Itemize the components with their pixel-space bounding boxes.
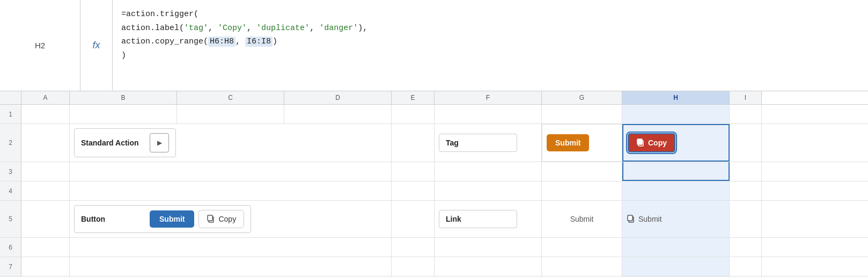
link-label: Link bbox=[446, 215, 510, 223]
cell-G5: Submit bbox=[542, 201, 622, 237]
formula-line-2: action.label('tag', 'Copy', 'duplicate',… bbox=[121, 21, 859, 35]
cell-reference[interactable]: H2 bbox=[0, 0, 80, 91]
col-header-C[interactable]: C bbox=[177, 91, 284, 104]
cell-C1[interactable] bbox=[177, 105, 284, 123]
col-header-H[interactable]: H bbox=[622, 91, 730, 104]
cell-B4-D4[interactable] bbox=[70, 181, 392, 200]
row-num-1: 1 bbox=[0, 105, 21, 123]
formula-bar: H2 fx =action.trigger( action.label('tag… bbox=[0, 0, 868, 91]
cell-E3[interactable] bbox=[392, 162, 435, 181]
copy-red-button[interactable]: Copy bbox=[628, 133, 675, 152]
cell-F1[interactable] bbox=[435, 105, 542, 123]
col-header-G[interactable]: G bbox=[542, 91, 622, 104]
row-5: 5 Button Submit Copy Link bbox=[0, 201, 868, 238]
submit-orange-button[interactable]: Submit bbox=[547, 134, 589, 151]
cell-B5-D5: Button Submit Copy bbox=[70, 201, 392, 237]
svg-rect-1 bbox=[637, 139, 642, 144]
copy-outline-icon bbox=[207, 215, 215, 223]
row-4: 4 bbox=[0, 181, 868, 201]
row-num-corner bbox=[0, 91, 21, 104]
cell-A5[interactable] bbox=[21, 201, 70, 237]
cell-G7[interactable] bbox=[542, 257, 622, 276]
row-7: 7 bbox=[0, 257, 868, 276]
cell-B7-D7[interactable] bbox=[70, 257, 392, 276]
cell-A4[interactable] bbox=[21, 181, 70, 200]
link-group: Link bbox=[439, 210, 517, 228]
cell-A3[interactable] bbox=[21, 162, 70, 181]
formula-line-3: action.copy_range(H6:H8, I6:I8) bbox=[121, 35, 859, 49]
row-num-3: 3 bbox=[0, 162, 21, 181]
cell-G3[interactable] bbox=[542, 162, 622, 181]
cell-E1[interactable] bbox=[392, 105, 435, 123]
cell-H7[interactable] bbox=[622, 257, 730, 276]
cell-G1[interactable] bbox=[542, 105, 622, 123]
row-6: 6 bbox=[0, 238, 868, 257]
standard-action-group: Standard Action ▶ bbox=[74, 128, 176, 157]
col-header-I[interactable]: I bbox=[730, 91, 762, 104]
cell-A1[interactable] bbox=[21, 105, 70, 123]
svg-rect-5 bbox=[628, 215, 632, 221]
cell-F2: Tag bbox=[435, 124, 542, 162]
cell-F5: Link bbox=[435, 201, 542, 237]
cell-E4[interactable] bbox=[392, 181, 435, 200]
cell-A7[interactable] bbox=[21, 257, 70, 276]
cell-F6[interactable] bbox=[435, 238, 542, 257]
formula-content[interactable]: =action.trigger( action.label('tag', 'Co… bbox=[113, 0, 868, 91]
cell-E2[interactable] bbox=[392, 124, 435, 162]
row-num-4: 4 bbox=[0, 181, 21, 200]
copy-red-label: Copy bbox=[648, 138, 667, 147]
cell-I4[interactable] bbox=[730, 181, 762, 200]
cell-ref-value: H2 bbox=[35, 41, 45, 50]
button-label: Button bbox=[81, 215, 145, 223]
col-header-E[interactable]: E bbox=[392, 91, 435, 104]
copy-icon bbox=[636, 138, 645, 147]
cell-E7[interactable] bbox=[392, 257, 435, 276]
copy-outline-label: Copy bbox=[218, 215, 236, 223]
copy-outline-button[interactable]: Copy bbox=[198, 210, 244, 228]
column-headers: A B C D E F G H I bbox=[0, 91, 868, 105]
button-group: Button Submit Copy bbox=[74, 205, 251, 233]
cell-A6[interactable] bbox=[21, 238, 70, 257]
spreadsheet: A B C D E F G H I 1 2 Standard Action ▶ bbox=[0, 91, 868, 277]
col-header-B[interactable]: B bbox=[70, 91, 177, 104]
play-icon: ▶ bbox=[157, 139, 162, 147]
row-1: 1 bbox=[0, 105, 868, 124]
tag-group: Tag bbox=[439, 134, 517, 152]
link-submit-2[interactable]: Submit bbox=[638, 215, 662, 223]
row-3: 3 bbox=[0, 162, 868, 181]
link-submit-1[interactable]: Submit bbox=[570, 215, 594, 223]
cell-D1[interactable] bbox=[284, 105, 392, 123]
cell-H1[interactable] bbox=[622, 105, 730, 123]
cell-E5[interactable] bbox=[392, 201, 435, 237]
cell-G4[interactable] bbox=[542, 181, 622, 200]
cell-F4[interactable] bbox=[435, 181, 542, 200]
cell-F7[interactable] bbox=[435, 257, 542, 276]
cell-H6[interactable] bbox=[622, 238, 730, 257]
row-num-7: 7 bbox=[0, 257, 21, 276]
cell-I1[interactable] bbox=[730, 105, 762, 123]
cell-I3[interactable] bbox=[730, 162, 762, 181]
cell-G6[interactable] bbox=[542, 238, 622, 257]
cell-E6[interactable] bbox=[392, 238, 435, 257]
submit-blue-button[interactable]: Submit bbox=[150, 210, 194, 228]
row-num-2: 2 bbox=[0, 124, 21, 162]
cell-B1[interactable] bbox=[70, 105, 177, 123]
cell-F3[interactable] bbox=[435, 162, 542, 181]
cell-I5[interactable] bbox=[730, 201, 762, 237]
cell-H4[interactable] bbox=[622, 181, 730, 200]
col-header-D[interactable]: D bbox=[284, 91, 392, 104]
link-copy-group: Submit bbox=[627, 215, 662, 223]
cell-B6-D6[interactable] bbox=[70, 238, 392, 257]
cell-B2-D2-merged: Standard Action ▶ bbox=[70, 124, 392, 162]
cell-A2[interactable] bbox=[21, 124, 70, 162]
cell-I6[interactable] bbox=[730, 238, 762, 257]
standard-action-play-button[interactable]: ▶ bbox=[150, 133, 169, 152]
col-header-A[interactable]: A bbox=[21, 91, 70, 104]
cell-I7[interactable] bbox=[730, 257, 762, 276]
cell-B3-D3[interactable] bbox=[70, 162, 392, 181]
row-2: 2 Standard Action ▶ Tag Submit bbox=[0, 124, 868, 162]
fx-icon: fx bbox=[80, 0, 113, 91]
cell-I2[interactable] bbox=[730, 124, 762, 162]
col-header-F[interactable]: F bbox=[435, 91, 542, 104]
cell-H3[interactable] bbox=[622, 162, 730, 181]
